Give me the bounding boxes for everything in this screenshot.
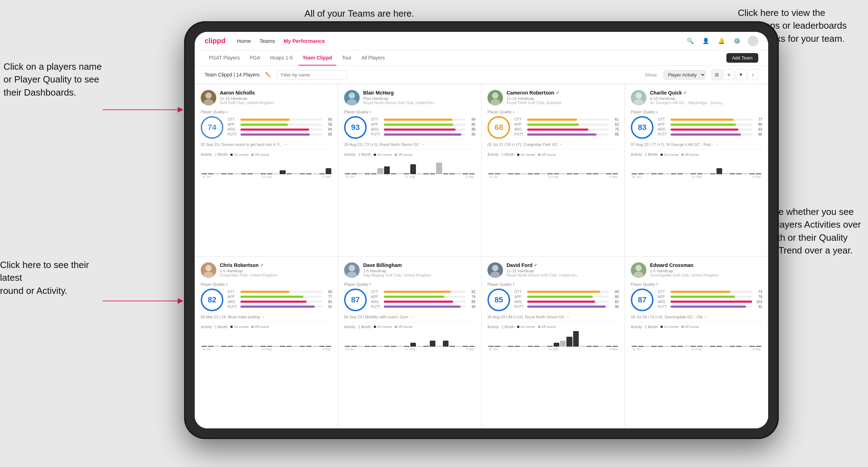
svg-point-6 [635, 92, 642, 99]
recent-round[interactable]: 18 Jul 23 | 74 (+4), Sunningdale GC - Ol… [631, 315, 762, 319]
chart-area: 31 Jul 21 Aug 4 Sep [487, 330, 619, 352]
tab-hcaps[interactable]: Hcaps 1-5 [266, 50, 297, 66]
chart-label-start: 31 Jul [346, 175, 354, 178]
nav-teams[interactable]: Teams [259, 36, 275, 45]
svg-point-5 [490, 99, 500, 106]
on-course-dot [517, 326, 519, 328]
activity-section: Activity · 1 Month On course Off course [487, 149, 619, 179]
list-view-button[interactable]: ≡ [724, 69, 734, 80]
chart-label-end: 4 Sep [466, 347, 474, 351]
recent-round[interactable]: 07 Aug 23 | 77 (+7), St George's Hill GC… [631, 142, 762, 147]
chart-bar [319, 173, 325, 174]
stat-label: ARG [658, 127, 668, 131]
chart-bar [508, 173, 513, 174]
player-card[interactable]: Chris Robertson ✓ 1-5 Handicap Craigmill… [195, 256, 338, 429]
recent-round[interactable]: 02 Sep 23 | Sunset round to get back int… [201, 142, 332, 147]
player-card[interactable]: Charlie Quick ✓ 6-10 Handicap St. George… [625, 84, 768, 256]
player-info: Edward Crossman 1-5 Handicap Sunningdale… [650, 262, 762, 277]
quality-score-circle[interactable]: 83 [631, 116, 653, 139]
quality-score-circle[interactable]: 87 [631, 289, 653, 311]
quality-section: Player Quality ℹ 85 OTT 89 APP 80 ARG 83 [487, 282, 619, 311]
recent-round[interactable]: 26 Aug 23 | 73 (+1), Royal North Devon G… [344, 142, 475, 147]
tab-pgat-players[interactable]: PGAT Players [205, 50, 244, 66]
chart-bar [593, 173, 598, 174]
edit-icon[interactable]: ✏️ [265, 72, 271, 78]
player-card[interactable]: Aaron Nicholls 11-15 Handicap Drift Golf… [195, 84, 338, 256]
stat-bar-arg [670, 129, 738, 131]
stats-list: OTT 84 APP 85 ARG 88 PUTT 95 [371, 118, 475, 137]
stat-label: PUTT [658, 132, 668, 136]
chart-label-start: 31 Jul [489, 347, 497, 351]
quality-score-circle[interactable]: 85 [487, 289, 510, 311]
player-name[interactable]: Charlie Quick ✓ [650, 90, 762, 96]
player-name[interactable]: Dave Billingham [363, 262, 475, 268]
tab-pga[interactable]: PGA [245, 50, 264, 66]
nav-my-performance[interactable]: My Performance [284, 36, 325, 45]
settings-icon[interactable]: ⚙️ [732, 36, 742, 46]
svg-point-13 [490, 272, 500, 278]
show-select[interactable]: Player Activity [663, 70, 706, 80]
tab-tour[interactable]: Tour [338, 50, 356, 66]
chart-bar [456, 173, 462, 174]
player-card[interactable]: Cameron Robertson ✓ 11-15 Handicap Royal… [481, 84, 625, 256]
player-name[interactable]: Chris Robertson ✓ [220, 262, 332, 268]
chart-bar [566, 337, 572, 347]
player-name[interactable]: Blair McHarg [363, 90, 475, 96]
filter-button[interactable]: ▼ [736, 69, 746, 80]
player-card[interactable]: Blair McHarg Plus Handicap Royal North D… [338, 84, 481, 256]
player-name[interactable]: David Ford ✓ [507, 262, 619, 268]
tab-team-clippd[interactable]: Team Clippd [298, 50, 336, 66]
stat-label: APP [228, 123, 238, 126]
avatar[interactable] [748, 36, 758, 46]
recent-round[interactable]: 04 Sep 23 | Mobility with coach, Gym → [344, 315, 475, 319]
stat-value: 61 [611, 118, 619, 121]
recent-round[interactable]: 03 Mar 23 | 19, Must make putting → [201, 315, 332, 319]
player-name[interactable]: Edward Crossman [650, 262, 762, 268]
quality-score-circle[interactable]: 87 [344, 289, 367, 311]
quality-score-circle[interactable]: 93 [344, 116, 367, 139]
recent-round[interactable]: 02 Jul 23 | 59 (+17), Craigmillar Park G… [487, 142, 619, 147]
stat-value: 89 [611, 290, 619, 294]
stat-bar-arg [240, 129, 309, 131]
add-team-button[interactable]: Add Team [726, 53, 758, 63]
grid-view-button[interactable]: ⊞ [712, 69, 722, 80]
quality-score-circle[interactable]: 74 [201, 116, 223, 139]
activity-section: Activity · 1 Month On course Off course [631, 322, 762, 352]
player-card[interactable]: Dave Billingham 1-5 Handicap Sag Maging … [338, 256, 481, 429]
player-card[interactable]: David Ford ✓ 11-15 Handicap Royal North … [481, 256, 625, 429]
chart-bar [651, 173, 657, 174]
chart-labels: 31 Jul 21 Aug 4 Sep [487, 347, 619, 351]
avatar-svg [487, 90, 503, 106]
chart-bar [280, 170, 285, 174]
nav-home[interactable]: Home [237, 36, 251, 45]
player-card[interactable]: Edward Crossman 1-5 Handicap Sunningdale… [625, 256, 768, 429]
sort-button[interactable]: ↕ [748, 69, 758, 80]
chart-bar [293, 173, 298, 174]
search-input[interactable] [277, 70, 348, 80]
search-icon[interactable]: 🔍 [685, 36, 695, 46]
quality-score-circle[interactable]: 68 [487, 116, 510, 139]
user-icon[interactable]: 👤 [701, 36, 711, 46]
stat-row: APP 77 [228, 295, 332, 299]
tab-all-players[interactable]: All Players [357, 50, 389, 66]
quality-section: Player Quality ℹ 87 OTT 73 APP 79 ARG 10… [631, 282, 762, 311]
player-name[interactable]: Cameron Robertson ✓ [507, 90, 619, 96]
activity-title: Activity · 1 Month [631, 325, 658, 329]
recent-round[interactable]: 26 Aug 23 | 84 (+12), Royal North Devon … [487, 315, 619, 319]
quality-score-circle[interactable]: 82 [201, 289, 223, 311]
stat-bar-container [670, 119, 752, 121]
chart-bar [267, 173, 273, 174]
logo[interactable]: clippd [205, 37, 225, 45]
chart-bar [260, 173, 266, 174]
bell-icon[interactable]: 🔔 [716, 36, 726, 46]
player-avatar [201, 262, 216, 278]
chart-bar [703, 346, 709, 347]
svg-point-0 [205, 92, 212, 99]
player-name[interactable]: Aaron Nicholls [220, 90, 332, 96]
chart-bar [534, 346, 539, 347]
chart-bar [319, 346, 325, 347]
chart-labels: 31 Jul 21 Aug 4 Sep [344, 175, 475, 178]
activity-header: Activity · 1 Month On course Off course [201, 325, 332, 329]
stat-bar-arg [384, 301, 453, 303]
svg-point-4 [492, 92, 498, 99]
